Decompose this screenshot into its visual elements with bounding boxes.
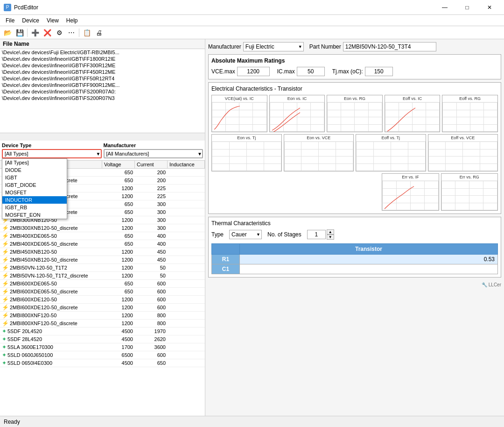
dropdown-list-item[interactable]: [All Types] [2,159,67,166]
file-list-item[interactable]: \Device\.dev devices\Infineon\IGBT\FF450… [0,69,205,75]
file-list[interactable]: \Device\.dev devices\Fuji Electric\IGBT-… [0,49,205,133]
dropdown-list-item[interactable]: IGBT [2,174,67,181]
chart-box[interactable]: VCE(sat) vs. IC [211,95,267,132]
dropdown-list-item[interactable]: IGBT_DIODE [2,181,67,189]
stages-up[interactable]: ▲ [327,229,334,235]
charts-row3: Err vs. IFErr vs. RG [211,173,498,211]
chart-box[interactable]: Eoff vs. RG [442,95,498,132]
close-button[interactable]: ✕ [479,0,500,15]
device-inductance-cell [168,259,205,260]
file-list-item[interactable]: \Device\.dev devices\Fuji Electric\IGBT-… [0,49,205,56]
chart-box[interactable]: Err vs. IF [382,173,439,211]
table-row[interactable]: ⚡ 2MBI50VN-120-50_T1T2 1200 50 [0,264,205,272]
file-list-item[interactable]: \Device\.dev devices\Infineon\IGBT\FS200… [0,88,205,95]
device-current-cell: 600 [135,352,168,358]
tj-max-input[interactable] [365,67,393,76]
chart-box[interactable]: Eon vs. RG [327,95,383,132]
thermal-value-cell[interactable] [240,264,498,274]
device-name-text: 2MBI450XNB120-50 [10,249,57,255]
menu-file[interactable]: File [2,16,18,25]
stages-number[interactable] [307,230,326,239]
menu-help[interactable]: Help [63,16,82,25]
ic-max-input[interactable] [297,67,325,76]
col-header-voltage: Voltage [102,161,135,168]
chart-area [270,102,325,132]
table-row[interactable]: ⚡ 2MBI600XDE120-50 1200 600 [0,296,205,304]
toolbar-settings[interactable]: ⚙ [54,28,65,38]
toolbar-sep2 [79,28,79,37]
device-type-select[interactable]: [All Types]DIODEIGBTIGBT_DIODEMOSFETINDU… [2,149,102,158]
toolbar-save[interactable]: 💾 [14,28,25,38]
device-name-cell: ⚡ 2MBI400XDE065-50_discrete [0,240,102,248]
table-row[interactable]: ✦ 5SDF 28L4520 4500 2620 [0,335,205,343]
table-row[interactable]: ⚡ 2MBI600XDE120-50_discrete 1200 600 [0,304,205,312]
table-row[interactable]: ✦ 5SDF 20L4520 4500 1970 [0,327,205,335]
chart-box[interactable]: Eon vs. VCE [284,134,354,171]
thermal-type-select[interactable]: Cauer Foster [229,230,262,239]
part-number-input[interactable] [343,42,436,51]
chart-area [327,102,382,132]
table-row[interactable]: ✦ 5SLD 0650I4E0300 4500 650 [0,359,205,367]
maximize-button[interactable]: □ [456,0,478,15]
table-row[interactable]: ✦ 5SLD 0600J650100 6500 600 [0,351,205,359]
dropdown-list-item[interactable]: MOSFET [2,189,67,196]
thermal-section: Thermal Characteristics Type Cauer Foste… [208,217,501,278]
manufacturer-select[interactable]: [All Manufacturers]Fuji ElectricInfineon… [104,149,203,158]
chart-box[interactable]: Eoff vs. IC [385,95,441,132]
manufacturer-dropdown[interactable]: Fuji Electric [243,42,304,51]
toolbar-more[interactable]: ⋯ [66,28,77,38]
menu-bar: File Device View Help [0,15,504,26]
file-list-item[interactable]: \Device\.dev devices\Infineon\IGBT\FF300… [0,62,205,69]
toolbar-copy[interactable]: 📋 [81,28,92,38]
chart-box[interactable]: Eoff vs. VCE [428,134,498,171]
file-list-item[interactable]: \Device\.dev devices\Infineon\IGBT\FS200… [0,95,205,101]
table-row[interactable]: ⚡ 2MBI800XNF120-50_discrete 1200 800 [0,320,205,327]
dropdown-list-item[interactable]: DIODE [2,166,67,174]
toolbar-print[interactable]: 🖨 [93,28,105,38]
toolbar-remove[interactable]: ❌ [42,28,53,38]
chart-vline [368,102,369,132]
chart-box[interactable]: Err vs. RG [441,173,498,211]
part-number-label: Part Number [309,43,341,50]
chart-box[interactable]: Eon vs. Tj [211,134,282,171]
vce-max-input[interactable] [237,67,270,76]
minimize-button[interactable]: — [434,0,455,15]
toolbar-add[interactable]: ➕ [29,28,41,38]
device-name-text: 2MBI800XNF120-50_discrete [10,320,77,326]
menu-device[interactable]: Device [18,16,43,25]
table-row[interactable]: ⚡ 2MBI400XDE065-50 650 400 [0,232,205,240]
device-voltage-cell: 1200 [102,185,135,192]
table-row[interactable]: ⚡ 2MBI450XNB120-50 1200 450 [0,248,205,256]
table-row[interactable]: ⚡ 2MBI450XNB120-50_discrete 1200 450 [0,256,205,264]
chart-vline [408,142,408,171]
chart-vline [246,142,247,171]
menu-view[interactable]: View [43,16,63,25]
device-name-text: 5SDF 28L4520 [7,336,42,342]
file-list-hscroll[interactable] [0,133,205,141]
dropdown-list-item[interactable]: MOSFET_EON [2,211,67,219]
thermal-value-cell[interactable]: 0.53 [240,255,498,264]
dropdown-list-item[interactable]: INDUCTOR [2,196,67,204]
device-inductance-cell [168,299,205,300]
toolbar-open[interactable]: 📂 [2,28,13,38]
table-row[interactable]: ⚡ 2MBI600XDE065-50 650 600 [0,280,205,288]
chart-vline [354,102,355,132]
device-inductance-cell [168,188,205,189]
stages-down[interactable]: ▼ [327,235,334,240]
chart-box[interactable]: Eon vs. IC [269,95,325,132]
device-type-dropdown-list[interactable]: [All Types]DIODEIGBTIGBT_DIODEMOSFETINDU… [2,158,67,219]
device-inductance-cell [168,251,205,252]
table-row[interactable]: ⚡ 2MBI300XNB120-50_discrete 1200 300 [0,224,205,232]
file-list-item[interactable]: \Device\.dev devices\Infineon\IGBT\FF180… [0,56,205,62]
file-list-item[interactable]: \Device\.dev devices\Infineon\IGBT\FF50R… [0,75,205,82]
file-list-item[interactable]: \Device\.dev devices\Infineon\IGBT\FF900… [0,82,205,88]
table-row[interactable]: ⚡ 2MBI50VN-120-50_T1T2_discrete 1200 50 [0,272,205,280]
table-row[interactable]: ⚡ 2MBI800XNF120-50 1200 800 [0,312,205,320]
table-row[interactable]: ⚡ 2MBI400XDE065-50_discrete 650 400 [0,240,205,248]
window-controls: — □ ✕ [434,0,500,15]
device-inductance-cell [168,291,205,292]
table-row[interactable]: ✦ 5SLA 3600E170300 1700 3600 [0,343,205,351]
dropdown-list-item[interactable]: IGBT_RB [2,204,67,211]
table-row[interactable]: ⚡ 2MBI600XDE065-50_discrete 650 600 [0,288,205,296]
chart-box[interactable]: Eoff vs. Tj [356,134,426,171]
